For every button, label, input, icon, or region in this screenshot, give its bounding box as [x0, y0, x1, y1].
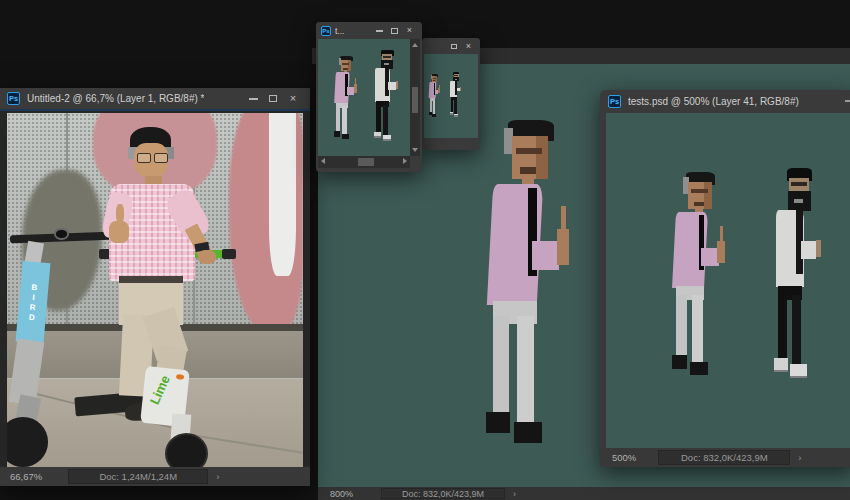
eyes	[791, 182, 807, 186]
close-button[interactable]: ×	[283, 88, 303, 109]
scroll-right-icon[interactable]	[403, 158, 407, 164]
scroll-down-icon[interactable]	[412, 148, 418, 152]
man-hand	[198, 250, 216, 264]
shoe-left	[334, 131, 341, 136]
shoe-right	[342, 134, 350, 139]
maximize-button[interactable]	[446, 38, 461, 54]
photoshop-file-icon: Ps	[321, 26, 331, 36]
eyes	[433, 78, 436, 79]
thumb	[720, 226, 723, 242]
leg-right	[517, 316, 534, 424]
zoom-level-field[interactable]: 66,67%	[10, 471, 42, 482]
sneaker-left	[450, 112, 453, 115]
bird-scooter-headlight	[54, 228, 68, 239]
mouth	[384, 63, 389, 65]
fist	[557, 229, 569, 265]
status-chevron-icon[interactable]: ›	[513, 489, 516, 499]
shoe-right	[690, 362, 708, 375]
sneaker-left	[374, 132, 381, 138]
leg-left	[376, 105, 381, 134]
thumb	[439, 85, 440, 88]
photoshop-workspace: 800% Doc: 832,0K/423,9M › Ps Untitled-2 …	[0, 0, 850, 500]
lime-scooter-reflector	[176, 373, 185, 379]
titlebar[interactable]: ×	[422, 38, 480, 54]
lime-scooter-grip-right	[222, 249, 237, 259]
minimize-button[interactable]	[243, 88, 263, 109]
close-button[interactable]: ×	[402, 22, 417, 39]
shoe-left	[672, 355, 687, 368]
leg-left	[676, 295, 686, 359]
zoom-level-field[interactable]: 800%	[330, 489, 353, 499]
maximize-icon	[391, 28, 398, 34]
window-title: t...	[335, 26, 344, 36]
arm	[532, 241, 559, 270]
background-document-statusbar: 800% Doc: 832,0K/423,9M ›	[318, 487, 850, 500]
pixel-art-figure	[770, 168, 828, 380]
eyes	[691, 189, 708, 193]
close-icon: ×	[290, 93, 296, 104]
leg-left	[451, 99, 453, 113]
maximize-button[interactable]	[387, 22, 402, 39]
hand	[816, 240, 821, 257]
minimize-icon	[249, 98, 258, 100]
titlebar[interactable]: Ps Untitled-2 @ 66,7% (Layer 1, RGB/8#) …	[0, 88, 310, 109]
pixel-art-figure	[372, 50, 402, 142]
sneaker-right	[383, 135, 391, 141]
photoshop-file-icon: Ps	[608, 95, 621, 108]
mustache	[520, 167, 536, 174]
photo-canvas[interactable]: BIRD	[7, 113, 303, 467]
shoe-left	[486, 412, 510, 433]
close-button[interactable]: ×	[461, 38, 476, 54]
maximize-icon	[451, 44, 457, 49]
mustache	[343, 68, 347, 70]
pixel-art-figure	[332, 56, 360, 140]
canvas-area[interactable]: BIRD	[0, 109, 310, 467]
doc-size-field[interactable]: Doc: 832,0K/423,9M	[658, 450, 790, 465]
canvas-area[interactable]	[606, 113, 850, 448]
titlebar[interactable]: Ps tests.psd @ 500% (Layer 41, RGB/8#)	[600, 90, 850, 113]
shoe-right	[514, 422, 542, 443]
arm	[801, 241, 816, 259]
scrollbar-thumb[interactable]	[412, 87, 418, 113]
document-window-tests-psd: Ps tests.psd @ 500% (Layer 41, RGB/8#)	[600, 90, 850, 467]
thumb	[355, 78, 356, 85]
minimize-icon[interactable]	[845, 100, 850, 102]
zoom-level-field[interactable]: 500%	[612, 452, 636, 463]
minimize-icon	[376, 30, 383, 32]
pixel-art-figure	[428, 74, 441, 117]
pixel-man-pink	[428, 74, 441, 117]
status-chevron-icon[interactable]: ›	[798, 452, 801, 463]
canvas-area[interactable]	[318, 39, 410, 156]
wall-white-strip	[269, 113, 296, 276]
leg-right	[383, 105, 388, 135]
pixel-art-figure	[449, 72, 463, 117]
hand	[460, 87, 461, 91]
horizontal-scrollbar[interactable]	[318, 156, 410, 168]
pixel-man-beard	[449, 72, 463, 117]
window-title: Untitled-2 @ 66,7% (Layer 1, RGB/8#) *	[27, 93, 204, 104]
man-glasses	[137, 153, 151, 163]
scroll-left-icon[interactable]	[321, 158, 325, 164]
pixel-art-figure	[668, 172, 732, 377]
minimize-button[interactable]	[372, 22, 387, 39]
leg-right	[692, 295, 703, 363]
doc-size-field[interactable]: Doc: 832,0K/423,9M	[381, 488, 505, 499]
maximize-button[interactable]	[263, 88, 283, 109]
fist	[354, 84, 357, 93]
scrollbar-thumb[interactable]	[358, 158, 374, 166]
face-shade	[348, 60, 351, 71]
status-chevron-icon[interactable]: ›	[216, 471, 219, 482]
leg-right	[454, 99, 456, 114]
lime-scooter-tire	[165, 433, 208, 467]
pixel-man-beard	[372, 50, 402, 142]
vertical-scrollbar[interactable]	[410, 39, 420, 156]
doc-size-field[interactable]: Doc: 1,24M/1,24M	[68, 469, 208, 484]
titlebar[interactable]: Ps t... ×	[316, 22, 422, 39]
document-window-untitled2: Ps Untitled-2 @ 66,7% (Layer 1, RGB/8#) …	[0, 88, 310, 486]
mouth	[455, 79, 457, 80]
man-thumbs-up-fist	[109, 221, 129, 243]
scroll-up-icon[interactable]	[412, 43, 418, 47]
canvas-area[interactable]	[424, 54, 478, 138]
lime-logo: Lime	[147, 373, 173, 407]
man-thumb	[116, 204, 124, 223]
